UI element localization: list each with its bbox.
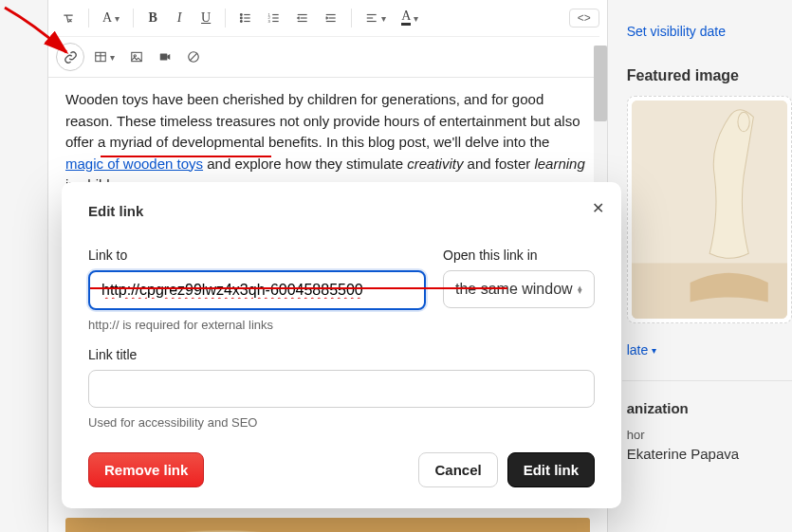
featured-image-thumb: [632, 101, 787, 319]
select-chevron-icon: ▴▾: [578, 285, 582, 294]
link-title-input[interactable]: [88, 370, 595, 408]
italic-button[interactable]: I: [168, 6, 191, 30]
font-dropdown[interactable]: A: [97, 6, 125, 30]
link-to-input[interactable]: [88, 270, 426, 310]
svg-text:3: 3: [268, 19, 271, 24]
link-to-label: Link to: [88, 248, 426, 263]
svg-point-31: [738, 112, 749, 132]
indent-icon[interactable]: [319, 6, 343, 30]
underline-button[interactable]: U: [194, 6, 217, 30]
featured-image-box[interactable]: [627, 96, 792, 323]
para-text: and explore how they stimulate: [203, 156, 407, 172]
open-in-label: Open this link in: [443, 248, 595, 263]
table-dropdown[interactable]: [88, 45, 120, 69]
close-icon[interactable]: ✕: [592, 199, 604, 217]
modal-title: Edit link: [88, 203, 595, 219]
scrollbar-thumb[interactable]: [594, 46, 607, 121]
numbered-list-icon[interactable]: 123: [262, 6, 286, 30]
title-help-text: Used for accessibility and SEO: [88, 415, 595, 430]
color-dropdown[interactable]: A: [396, 6, 424, 30]
outdent-icon[interactable]: [290, 6, 315, 30]
edit-link-button[interactable]: Edit link: [507, 452, 595, 487]
sidebar: Set visibility date Featured image late …: [627, 0, 792, 532]
organization-heading: anization: [627, 400, 792, 416]
toolbar: A B I U 123 A <>: [48, 0, 607, 78]
svg-point-25: [134, 55, 136, 57]
svg-point-4: [241, 21, 243, 23]
date-dropdown[interactable]: late: [627, 342, 657, 358]
cancel-button[interactable]: Cancel: [418, 452, 497, 487]
italic-text: learning: [534, 156, 584, 172]
svg-rect-26: [160, 54, 168, 61]
video-icon[interactable]: [153, 45, 177, 69]
annotation-underline: [90, 287, 507, 289]
link-title-label: Link title: [88, 347, 595, 362]
svg-point-2: [241, 17, 243, 19]
code-view-button[interactable]: <>: [569, 9, 599, 28]
image-icon[interactable]: [124, 45, 149, 69]
set-visibility-date-link[interactable]: Set visibility date: [627, 24, 792, 39]
italic-text: creativity: [407, 156, 463, 172]
para-text: and foster: [463, 156, 534, 172]
open-in-value: the same window: [455, 281, 573, 298]
block-icon[interactable]: [181, 45, 206, 69]
link-magic-wooden-toys[interactable]: magic of wooden toys: [65, 156, 203, 172]
align-dropdown[interactable]: [359, 6, 392, 30]
edit-link-modal: Edit link ✕ Link to http:// is required …: [62, 182, 621, 508]
author-value: Ekaterine Papava: [627, 446, 792, 462]
para-text: Wooden toys have been cherished by child…: [65, 91, 580, 150]
svg-point-0: [241, 14, 243, 16]
annotation-arrow: [0, 0, 85, 69]
link-help-text: http:// is required for external links: [88, 318, 426, 332]
open-in-select[interactable]: the same window ▴▾: [443, 270, 595, 308]
annotation-underline: [101, 156, 271, 157]
remove-link-button[interactable]: Remove link: [88, 452, 204, 487]
author-label: hor: [627, 428, 792, 442]
featured-image-title: Featured image: [627, 67, 792, 84]
bold-button[interactable]: B: [141, 6, 164, 30]
content-image: [65, 518, 590, 533]
bullet-list-icon[interactable]: [233, 6, 258, 30]
svg-line-28: [190, 53, 197, 61]
